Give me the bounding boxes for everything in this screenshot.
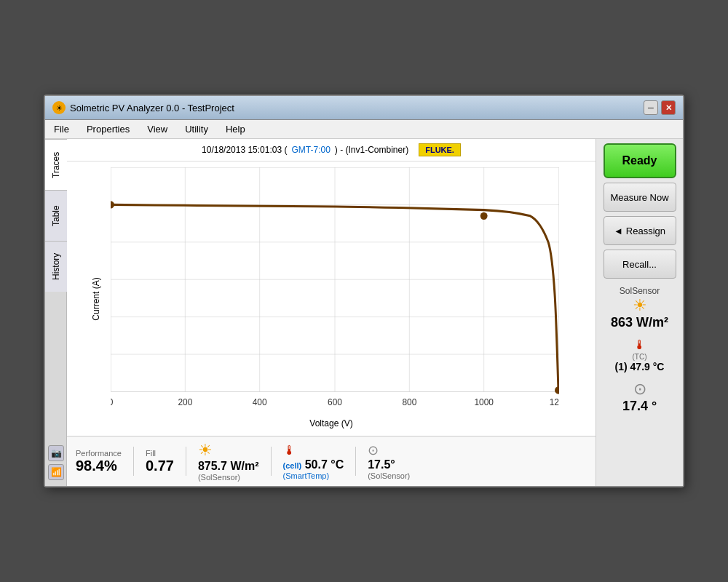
angle-sub: (SolSensor) bbox=[368, 471, 410, 480]
irradiance-value: 875.7 W/m² bbox=[198, 460, 259, 473]
sol-sensor-irradiance: 863 W/m² bbox=[611, 315, 668, 330]
tc-label: (TC) bbox=[633, 353, 647, 361]
svg-point-29 bbox=[480, 212, 488, 220]
angle-value: 17.5° bbox=[368, 458, 410, 471]
svg-text:200: 200 bbox=[178, 397, 192, 407]
svg-text:1200: 1200 bbox=[550, 397, 559, 407]
angle-sensor-section: ⊙ 17.4 ° bbox=[601, 380, 678, 414]
sidebar-left: Traces Table History 📷 📶 bbox=[45, 139, 67, 486]
fluke-badge: FLUKE. bbox=[419, 143, 461, 156]
menu-properties[interactable]: Properties bbox=[84, 122, 132, 136]
tab-history[interactable]: History bbox=[45, 241, 67, 292]
reassign-button[interactable]: ◄ Reassign bbox=[604, 216, 676, 245]
signal-icon-btn[interactable]: 📶 bbox=[48, 464, 64, 480]
temp-sensor-section: 🌡 (TC) (1) 47.9 °C bbox=[601, 338, 678, 372]
thermo-icon: 🌡 bbox=[283, 443, 344, 458]
tab-table[interactable]: Table bbox=[45, 190, 67, 241]
fill-label: Fill bbox=[146, 449, 174, 458]
reassign-arrow-icon: ◄ bbox=[614, 226, 623, 236]
temp-cell-value: (cell) 50.7 °C bbox=[283, 458, 344, 471]
performance-value: 98.4% bbox=[76, 458, 122, 474]
tab-traces[interactable]: Traces bbox=[45, 139, 67, 190]
svg-text:0: 0 bbox=[111, 397, 114, 407]
title-bar: ☀ Solmetric PV Analyzer 0.0 - TestProjec… bbox=[45, 96, 683, 120]
stat-angle: ⊙ 17.5° (SolSensor) bbox=[368, 442, 410, 480]
divider-2 bbox=[186, 447, 186, 476]
menu-help[interactable]: Help bbox=[223, 122, 248, 136]
stat-temp: 🌡 (cell) 50.7 °C (SmartTemp) bbox=[283, 443, 344, 480]
title-controls: ─ ✕ bbox=[644, 100, 676, 115]
chart-area: 10/18/2013 15:01:03 (GMT-7:00) - (Inv1-C… bbox=[67, 139, 596, 486]
svg-text:400: 400 bbox=[253, 397, 267, 407]
fill-value: 0.77 bbox=[146, 458, 174, 474]
svg-text:600: 600 bbox=[328, 397, 342, 407]
chart-header: 10/18/2013 15:01:03 (GMT-7:00) - (Inv1-C… bbox=[67, 139, 596, 162]
divider-4 bbox=[355, 447, 356, 476]
menu-bar: File Properties View Utility Help bbox=[45, 120, 683, 139]
angle-sensor-icon: ⊙ bbox=[633, 380, 646, 399]
ready-button[interactable]: Ready bbox=[604, 143, 676, 178]
y-axis-label: Current (A) bbox=[91, 277, 101, 320]
app-icon: ☀ bbox=[52, 101, 66, 114]
minimize-button[interactable]: ─ bbox=[644, 100, 658, 115]
angle-icon: ⊙ bbox=[368, 442, 410, 458]
divider-1 bbox=[133, 447, 134, 476]
temp-cell-sub: (SmartTemp) bbox=[283, 471, 344, 480]
svg-text:800: 800 bbox=[402, 397, 416, 407]
recall-button[interactable]: Recall... bbox=[604, 250, 676, 279]
sol-sensor-sun-icon: ☀ bbox=[633, 296, 647, 315]
main-window: ☀ Solmetric PV Analyzer 0.0 - TestProjec… bbox=[44, 95, 684, 487]
camera-icon-btn[interactable]: 📷 bbox=[48, 445, 64, 461]
stat-irradiance: ☀ 875.7 W/m² (SolSensor) bbox=[198, 441, 259, 482]
performance-label: Performance bbox=[76, 449, 122, 458]
close-button[interactable]: ✕ bbox=[661, 100, 676, 115]
thermo-sensor-icon: 🌡 bbox=[633, 338, 646, 353]
divider-3 bbox=[271, 447, 272, 476]
menu-view[interactable]: View bbox=[144, 122, 170, 136]
stat-performance: Performance 98.4% bbox=[76, 449, 122, 474]
temp-sensor-value: (1) 47.9 °C bbox=[615, 361, 665, 372]
stat-fill: Fill 0.77 bbox=[146, 449, 174, 474]
angle-sensor-value: 17.4 ° bbox=[622, 399, 657, 414]
sidebar-icons: 📷 📶 bbox=[45, 442, 66, 483]
sol-sensor-label: SolSensor bbox=[620, 286, 660, 296]
chart-wrapper: Current (A) Voltage (V) bbox=[67, 162, 596, 436]
right-panel: Ready Measure Now ◄ Reassign Recall... S… bbox=[596, 139, 683, 486]
header-date: 10/18/2013 15:01:03 ( bbox=[202, 145, 287, 155]
sun-icon: ☀ bbox=[198, 441, 259, 460]
chart-svg: 30.0 25.0 20.0 15.0 10.0 5.0 0.0 0 200 4… bbox=[111, 167, 559, 407]
menu-file[interactable]: File bbox=[51, 122, 72, 136]
main-content: Traces Table History 📷 📶 10/18/2013 15:0… bbox=[45, 139, 683, 486]
x-axis-label: Voltage (V) bbox=[309, 418, 352, 428]
menu-utility[interactable]: Utility bbox=[182, 122, 211, 136]
sol-sensor-section: SolSensor ☀ 863 W/m² bbox=[601, 286, 678, 330]
header-mid: ) - (Inv1-Combiner) bbox=[335, 145, 408, 155]
window-title: Solmetric PV Analyzer 0.0 - TestProject bbox=[70, 103, 234, 113]
irradiance-sub: (SolSensor) bbox=[198, 473, 259, 482]
svg-text:1000: 1000 bbox=[474, 397, 494, 407]
gmt-link[interactable]: GMT-7:00 bbox=[291, 145, 330, 155]
title-bar-left: ☀ Solmetric PV Analyzer 0.0 - TestProjec… bbox=[52, 101, 234, 114]
measure-now-button[interactable]: Measure Now bbox=[604, 183, 676, 212]
stats-bar: Performance 98.4% Fill 0.77 ☀ 875.7 W/m²… bbox=[67, 436, 596, 486]
